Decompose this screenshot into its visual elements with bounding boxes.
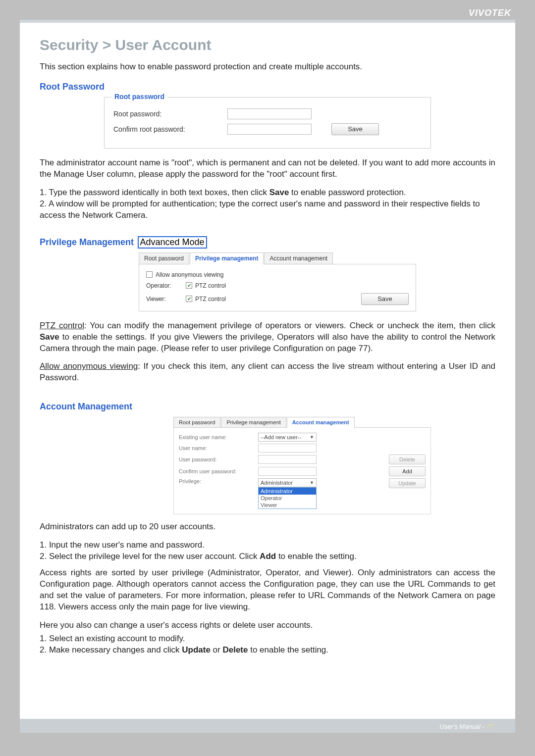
- viewer-ptz-checkbox[interactable]: ✔: [186, 296, 192, 302]
- allow-anon-checkbox[interactable]: [146, 271, 153, 278]
- confirm-root-pw-label: Confirm root password:: [113, 125, 227, 133]
- acct-para2: Access rights are sorted by user privile…: [40, 567, 495, 613]
- privilege-heading: Privilege Management: [40, 237, 134, 247]
- privilege-option-viewer[interactable]: Viewer: [259, 502, 316, 508]
- existing-user-dropdown[interactable]: --Add new user--▼: [258, 433, 317, 442]
- root-desc: The administrator account name is "root"…: [40, 157, 495, 180]
- existing-user-label: Existing user name:: [179, 434, 258, 440]
- page-title: Security > User Account: [40, 37, 495, 53]
- privilege-panel: Root password Privilege management Accou…: [139, 252, 416, 311]
- account-heading: Account Management: [40, 402, 132, 412]
- tab-privilege-management[interactable]: Privilege management: [190, 252, 264, 264]
- delete-button[interactable]: Delete: [389, 454, 426, 464]
- acct-para3: Here you also can change a user's access…: [40, 620, 495, 631]
- privilege-option-operator[interactable]: Operator: [259, 495, 316, 502]
- privilege-dropdown[interactable]: Administrator▼: [258, 478, 317, 487]
- confirm-root-pw-input[interactable]: [227, 124, 312, 135]
- root-pw-input[interactable]: [227, 108, 312, 119]
- viewer-label: Viewer:: [146, 296, 186, 302]
- privilege-dropdown-options: Administrator Operator Viewer: [258, 487, 317, 509]
- intro-text: This section explains how to enable pass…: [40, 61, 495, 73]
- confirm-password-label: Confirm user password:: [179, 468, 258, 474]
- chevron-down-icon: ▼: [310, 435, 314, 440]
- user-name-input[interactable]: [258, 444, 317, 453]
- add-button[interactable]: Add: [389, 466, 426, 476]
- root-password-legend: Root password: [111, 93, 167, 101]
- root-pw-save-button[interactable]: Save: [331, 123, 379, 135]
- chevron-down-icon: ▼: [310, 480, 314, 485]
- acct-para1: Administrators can add up to 20 user acc…: [40, 521, 495, 533]
- viewer-ptz-label: PTZ control: [195, 296, 226, 302]
- acct-steps2: 1. Select an existing account to modify.…: [40, 633, 495, 656]
- privilege-label: Privilege:: [179, 478, 258, 484]
- footer-text: User's Manual - 77: [439, 723, 493, 730]
- root-steps: 1. Type the password identically in both…: [40, 187, 495, 221]
- root-pw-label: Root password:: [113, 110, 227, 118]
- user-name-label: User name:: [179, 445, 258, 451]
- privilege-option-admin[interactable]: Administrator: [259, 488, 316, 495]
- tab-root-password[interactable]: Root password: [139, 252, 189, 264]
- tab-account-management[interactable]: Account management: [264, 252, 333, 264]
- confirm-password-input[interactable]: [258, 467, 317, 476]
- allow-anon-label: Allow anonymous viewing: [156, 271, 223, 278]
- ptz-control-para: PTZ control: You can modify the manageme…: [40, 320, 495, 354]
- operator-ptz-label: PTZ control: [195, 282, 226, 289]
- operator-label: Operator:: [146, 282, 186, 289]
- acct-steps1: 1. Input the new user's name and passwor…: [40, 540, 495, 562]
- advanced-mode-badge: Advanced Mode: [138, 236, 207, 249]
- acct-tab-account[interactable]: Account management: [287, 417, 355, 428]
- account-panel: Root password Privilege management Accou…: [173, 417, 431, 514]
- root-password-heading: Root Password: [40, 82, 495, 92]
- brand-label: VIVOTEK: [469, 8, 511, 18]
- update-button[interactable]: Update: [389, 478, 426, 488]
- operator-ptz-checkbox[interactable]: ✔: [186, 282, 192, 289]
- acct-tab-root[interactable]: Root password: [173, 417, 220, 427]
- acct-tab-privilege[interactable]: Privilege management: [221, 417, 286, 427]
- root-password-panel: Root password Root password: Confirm roo…: [104, 97, 431, 149]
- allow-anon-para: Allow anonymous viewing: If you check th…: [40, 361, 495, 384]
- user-password-input[interactable]: [258, 455, 317, 464]
- user-password-label: User password:: [179, 456, 258, 462]
- privilege-save-button[interactable]: Save: [361, 293, 409, 305]
